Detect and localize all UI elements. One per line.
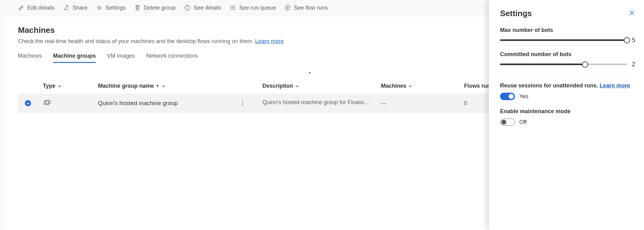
delete-group-button[interactable]: Delete group: [134, 5, 176, 11]
reuse-sessions-text: Reuse sessions for unattended runs.: [500, 82, 600, 89]
svg-point-2: [187, 7, 188, 7]
chevron-down-icon: [295, 84, 299, 88]
label: See run queue: [239, 5, 276, 11]
column-machines[interactable]: Machines: [381, 83, 413, 89]
reuse-sessions-label: Reuse sessions for unattended runs. Lear…: [500, 82, 635, 89]
max-bots-slider[interactable]: [500, 39, 627, 41]
svg-point-3: [231, 6, 231, 7]
close-icon: [628, 10, 635, 16]
committed-bots-label: Committed number of bots: [500, 51, 635, 58]
settings-panel: Settings Max number of bots 5 Committed …: [489, 0, 644, 230]
slider-thumb[interactable]: [582, 61, 588, 68]
list-icon: [230, 5, 236, 11]
svg-point-5: [231, 9, 231, 10]
chevron-down-icon: [161, 84, 166, 88]
settings-button[interactable]: Settings: [96, 5, 126, 11]
label: Edit details: [27, 5, 55, 11]
committed-bots-value: 2: [632, 61, 635, 68]
indicator-dot: [309, 72, 311, 73]
chevron-down-icon: [57, 84, 62, 88]
column-description-label: Description: [262, 83, 293, 89]
column-machines-label: Machines: [381, 83, 406, 89]
maintenance-mode-toggle-text: Off: [519, 119, 527, 126]
label: Delete group: [144, 5, 176, 11]
divider: [500, 75, 635, 76]
row-more-button[interactable]: [239, 99, 262, 108]
column-type[interactable]: Type: [43, 83, 62, 89]
row-flows: 0: [464, 100, 467, 106]
max-bots-label: Max number of bots: [500, 27, 635, 33]
share-icon: [63, 5, 69, 11]
tab-machine-groups[interactable]: Machine groups: [53, 53, 96, 62]
settings-title: Settings: [500, 9, 532, 18]
row-name: Quinn's hosted machine group: [98, 100, 178, 107]
column-type-label: Type: [43, 83, 56, 89]
tab-network-connections[interactable]: Network connections: [146, 53, 198, 62]
svg-point-10: [242, 102, 243, 103]
reuse-sessions-toggle-text: Yes: [519, 93, 528, 100]
chevron-down-icon: [408, 84, 413, 88]
info-icon: [184, 5, 190, 11]
pencil-icon: [18, 5, 24, 11]
column-name-label: Machine group name: [98, 83, 154, 89]
check-icon: [26, 101, 30, 105]
tab-machines[interactable]: Machines: [18, 53, 42, 62]
reuse-learn-more-link[interactable]: Learn more: [600, 82, 630, 89]
column-name[interactable]: Machine group name: [98, 83, 166, 89]
slider-thumb[interactable]: [624, 37, 630, 43]
label: Settings: [105, 5, 126, 11]
label: See flow runs: [294, 5, 328, 11]
label: See details: [194, 5, 221, 11]
svg-point-4: [231, 7, 231, 8]
see-flow-runs-button[interactable]: See flow runs: [284, 5, 328, 11]
share-button[interactable]: Share: [63, 5, 87, 11]
svg-point-6: [285, 5, 290, 10]
maintenance-mode-toggle[interactable]: [500, 118, 515, 126]
play-circle-icon: [284, 5, 291, 11]
slider-fill: [500, 39, 627, 41]
column-description[interactable]: Description: [262, 83, 299, 89]
see-details-button[interactable]: See details: [184, 5, 221, 11]
svg-rect-8: [45, 100, 50, 104]
tab-vm-images[interactable]: VM images: [107, 53, 135, 62]
hosted-group-icon: [43, 102, 51, 108]
svg-point-0: [98, 7, 100, 9]
committed-bots-slider[interactable]: [500, 64, 627, 65]
page-description-text: Check the real-time health and status of…: [18, 38, 255, 44]
learn-more-link[interactable]: Learn more: [255, 38, 284, 44]
row-machines: —: [381, 100, 387, 106]
row-description: Quinn's hosted machine group for Financ.…: [262, 99, 369, 106]
gear-icon: [96, 5, 102, 11]
toggle-knob: [501, 120, 506, 125]
row-checkbox[interactable]: [25, 100, 31, 106]
svg-rect-7: [44, 101, 49, 104]
svg-point-9: [242, 100, 243, 101]
sort-asc-icon: [156, 84, 159, 88]
see-run-queue-button[interactable]: See run queue: [230, 5, 276, 11]
max-bots-value: 5: [632, 37, 635, 44]
label: Share: [73, 5, 87, 11]
trash-icon: [134, 5, 141, 11]
slider-fill: [500, 64, 585, 65]
maintenance-mode-label: Enable maintenance mode: [500, 108, 635, 115]
edit-details-button[interactable]: Edit details: [18, 5, 55, 11]
more-vertical-icon: [239, 99, 246, 106]
reuse-sessions-toggle[interactable]: [500, 93, 515, 100]
close-button[interactable]: [628, 10, 635, 17]
svg-point-11: [242, 104, 243, 105]
toggle-knob: [509, 94, 514, 99]
